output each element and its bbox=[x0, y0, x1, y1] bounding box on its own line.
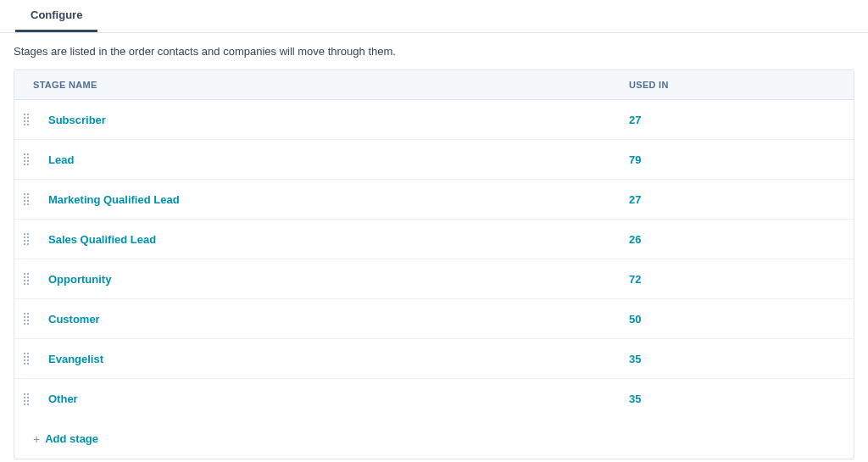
used-in-link[interactable]: 72 bbox=[629, 261, 854, 298]
svg-point-6 bbox=[24, 124, 25, 125]
svg-point-45 bbox=[27, 320, 29, 321]
used-in-link[interactable]: 35 bbox=[629, 341, 854, 377]
svg-point-11 bbox=[27, 157, 29, 159]
stage-name-link[interactable]: Marketing Qualified Lead bbox=[31, 181, 629, 218]
svg-point-0 bbox=[24, 114, 25, 115]
svg-point-16 bbox=[24, 193, 25, 195]
svg-point-28 bbox=[24, 240, 25, 242]
svg-point-3 bbox=[27, 117, 29, 119]
stage-name-link[interactable]: Lead bbox=[31, 142, 629, 178]
svg-point-10 bbox=[24, 157, 25, 159]
svg-point-61 bbox=[27, 400, 29, 402]
table-row: Lead79 bbox=[14, 140, 854, 180]
page-description: Stages are listed in the order contacts … bbox=[0, 33, 868, 70]
drag-handle-icon[interactable] bbox=[21, 192, 31, 206]
add-stage-button[interactable]: + Add stage bbox=[14, 419, 854, 459]
column-header-used: USED IN bbox=[629, 70, 854, 99]
svg-point-38 bbox=[24, 283, 25, 285]
used-in-link[interactable]: 27 bbox=[629, 102, 854, 138]
table-row: Opportunity72 bbox=[14, 259, 854, 299]
svg-point-53 bbox=[27, 359, 29, 361]
svg-point-35 bbox=[27, 276, 29, 278]
plus-icon: + bbox=[33, 433, 40, 445]
svg-point-46 bbox=[24, 323, 25, 325]
tab-bar: Configure bbox=[0, 0, 868, 33]
drag-handle-icon[interactable] bbox=[21, 392, 31, 406]
svg-point-52 bbox=[24, 359, 25, 361]
table-row: Other35 bbox=[14, 379, 854, 419]
svg-point-25 bbox=[27, 233, 29, 235]
drag-handle-icon[interactable] bbox=[21, 312, 31, 326]
drag-handle-icon[interactable] bbox=[21, 272, 31, 286]
svg-point-34 bbox=[24, 276, 25, 278]
drag-handle-icon[interactable] bbox=[21, 352, 31, 365]
stage-name-link[interactable]: Subscriber bbox=[31, 102, 629, 138]
add-stage-label: Add stage bbox=[45, 432, 98, 445]
svg-point-7 bbox=[27, 124, 29, 125]
table-row: Marketing Qualified Lead27 bbox=[14, 180, 854, 220]
svg-point-56 bbox=[24, 393, 25, 395]
drag-handle-icon[interactable] bbox=[21, 153, 31, 166]
svg-point-36 bbox=[24, 280, 25, 281]
table-body: Subscriber27 Lead79 Marketing Qualified … bbox=[14, 100, 854, 419]
svg-point-19 bbox=[27, 197, 29, 198]
svg-point-21 bbox=[27, 200, 29, 202]
svg-point-30 bbox=[24, 243, 25, 245]
svg-point-17 bbox=[27, 193, 29, 195]
svg-point-13 bbox=[27, 160, 29, 162]
svg-point-42 bbox=[24, 316, 25, 318]
svg-point-33 bbox=[27, 273, 29, 275]
svg-point-12 bbox=[24, 160, 25, 162]
svg-point-14 bbox=[24, 164, 25, 165]
used-in-link[interactable]: 50 bbox=[629, 301, 854, 337]
table-row: Evangelist35 bbox=[14, 339, 854, 379]
svg-point-54 bbox=[24, 363, 25, 365]
stage-name-link[interactable]: Customer bbox=[31, 301, 629, 337]
svg-point-59 bbox=[27, 397, 29, 398]
svg-point-60 bbox=[24, 400, 25, 402]
svg-point-5 bbox=[27, 120, 29, 122]
tab-configure[interactable]: Configure bbox=[15, 0, 97, 32]
svg-point-22 bbox=[24, 203, 25, 205]
svg-point-47 bbox=[27, 323, 29, 325]
svg-point-48 bbox=[24, 353, 25, 354]
used-in-link[interactable]: 35 bbox=[629, 381, 854, 417]
svg-point-32 bbox=[24, 273, 25, 275]
svg-point-58 bbox=[24, 397, 25, 398]
table-row: Sales Qualified Lead26 bbox=[14, 220, 854, 259]
svg-point-37 bbox=[27, 280, 29, 281]
stage-name-link[interactable]: Sales Qualified Lead bbox=[31, 221, 629, 258]
svg-point-39 bbox=[27, 283, 29, 285]
svg-point-2 bbox=[24, 117, 25, 119]
drag-handle-icon[interactable] bbox=[21, 232, 31, 246]
table-row: Customer50 bbox=[14, 299, 854, 339]
svg-point-1 bbox=[27, 114, 29, 115]
svg-point-20 bbox=[24, 200, 25, 202]
stage-name-link[interactable]: Evangelist bbox=[31, 341, 629, 377]
svg-point-55 bbox=[27, 363, 29, 365]
svg-point-4 bbox=[24, 120, 25, 122]
used-in-link[interactable]: 26 bbox=[629, 221, 854, 258]
svg-point-43 bbox=[27, 316, 29, 318]
svg-point-31 bbox=[27, 243, 29, 245]
column-header-name: STAGE NAME bbox=[14, 70, 629, 99]
svg-point-50 bbox=[24, 356, 25, 358]
used-in-link[interactable]: 27 bbox=[629, 181, 854, 218]
svg-point-9 bbox=[27, 153, 29, 155]
svg-point-63 bbox=[27, 404, 29, 405]
svg-point-40 bbox=[24, 313, 25, 314]
svg-point-27 bbox=[27, 237, 29, 238]
stage-name-link[interactable]: Opportunity bbox=[31, 261, 629, 298]
stages-panel: STAGE NAME USED IN Subscriber27 Lead79 M… bbox=[14, 70, 854, 459]
drag-handle-icon[interactable] bbox=[21, 113, 31, 126]
svg-point-29 bbox=[27, 240, 29, 242]
svg-point-26 bbox=[24, 237, 25, 238]
svg-point-8 bbox=[24, 153, 25, 155]
svg-point-24 bbox=[24, 233, 25, 235]
used-in-link[interactable]: 79 bbox=[629, 142, 854, 178]
svg-point-44 bbox=[24, 320, 25, 321]
svg-point-49 bbox=[27, 353, 29, 354]
svg-point-51 bbox=[27, 356, 29, 358]
svg-point-18 bbox=[24, 197, 25, 198]
stage-name-link[interactable]: Other bbox=[31, 381, 629, 417]
